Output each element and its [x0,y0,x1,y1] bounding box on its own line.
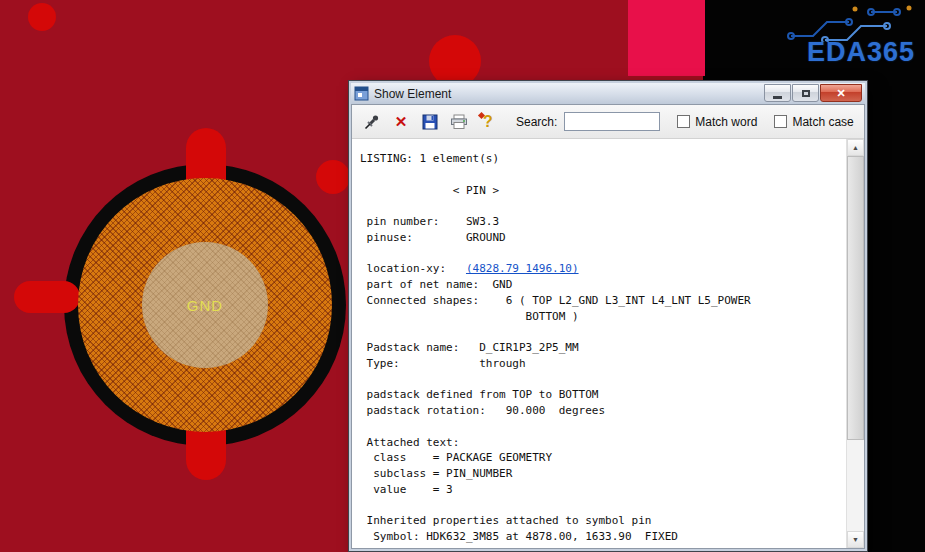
scroll-up-button[interactable]: ▲ [847,139,864,156]
listing-line-prefix: location-xy: [360,262,466,275]
red-via-dot [316,160,350,194]
vertical-scrollbar[interactable]: ▲ ▼ [846,139,864,548]
save-button[interactable] [417,109,443,135]
match-case-label: Match case [792,115,853,129]
minimize-icon [773,96,782,99]
clear-button[interactable]: ✕ [388,109,414,135]
listing-line: subclass = PIN_NUMBER [360,466,842,482]
dialog-title: Show Element [374,87,451,101]
listing-line: part of net name: GND [360,277,842,293]
listing-line: BOTTOM ) [360,309,842,325]
help-button[interactable]: ? [475,109,501,135]
red-via-dot [28,3,56,31]
red-x-icon: ✕ [395,113,408,131]
match-word-label: Match word [695,115,757,129]
search-label: Search: [516,115,557,129]
eda365-logo: EDA365 [785,2,919,68]
pin-dialog-button[interactable] [359,109,385,135]
listing-line [360,167,842,183]
listing-line [360,198,842,214]
show-element-dialog: Show Element ✕ ✕ [348,80,868,552]
match-case-option[interactable]: Match case [774,115,853,129]
dialog-toolbar: ✕ [352,105,864,139]
board-pink-stripe [628,0,705,76]
listing-line: value = 3 [360,482,842,498]
listing-line [360,372,842,388]
print-button[interactable] [446,109,472,135]
match-case-checkbox[interactable] [774,115,787,128]
listing-line: Symbol: HDK632_3M85 at 4878.00, 1633.90 … [360,529,842,545]
dialog-titlebar[interactable]: Show Element ✕ [351,83,865,104]
listing-panel: LISTING: 1 element(s) < PIN > pin number… [352,139,864,548]
window-controls: ✕ [763,84,862,102]
listing-line: < PIN > [360,183,842,199]
listing-line: padstack defined from TOP to BOTTOM [360,387,842,403]
listing-line [360,498,842,514]
listing-line: class = PACKAGE GEOMETRY [360,450,842,466]
listing-text: LISTING: 1 element(s) < PIN > pin number… [360,151,842,545]
pcb-canvas: GND EDA365 Show Element [0,0,925,552]
logo-wordmark: EDA365 [807,37,915,68]
scroll-down-button[interactable]: ▼ [847,531,864,548]
close-button[interactable]: ✕ [820,84,862,102]
red-trace-left [14,281,80,313]
dialog-body: ✕ [351,104,865,549]
search-input[interactable] [564,112,660,131]
listing-line [360,419,842,435]
listing-line: pinuse: GROUND [360,230,842,246]
circuit-trace-icon [785,2,919,42]
listing-line: Type: through [360,356,842,372]
pad-net-label: GND [187,297,223,314]
listing-line: Connected shapes: 6 ( TOP L2_GND L3_INT … [360,293,842,309]
maximize-button[interactable] [792,84,819,102]
location-xy-link[interactable]: (4828.79 1496.10) [466,262,579,275]
save-icon [422,114,438,130]
listing-line: Attached text: [360,435,842,451]
pad-inner-circle: GND [142,242,268,368]
printer-icon [450,114,468,130]
pushpin-icon [363,113,381,131]
dialog-icon [354,86,369,101]
minimize-button[interactable] [764,84,791,102]
match-word-option[interactable]: Match word [677,115,757,129]
listing-line: LISTING: 1 element(s) [360,151,842,167]
listing-line: padstack rotation: 90.000 degrees [360,403,842,419]
listing-line: pin number: SW3.3 [360,214,842,230]
listing-line: location-xy: (4828.79 1496.10) [360,261,842,277]
maximize-icon [802,90,810,97]
listing-line: Padstack name: D_CIR1P3_2P5_MM [360,340,842,356]
scrollbar-thumb[interactable] [847,156,864,440]
listing-line [360,324,842,340]
listing-line: Inherited properties attached to symbol … [360,513,842,529]
listing-line [360,246,842,262]
match-word-checkbox[interactable] [677,115,690,128]
